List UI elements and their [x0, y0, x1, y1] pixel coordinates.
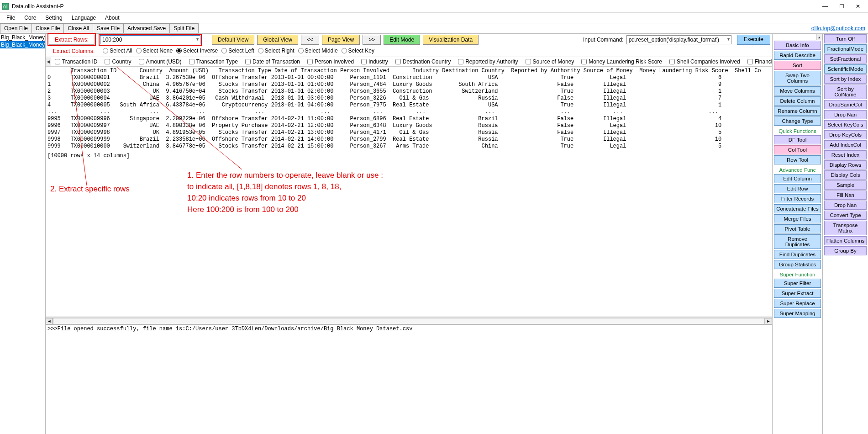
column-check-reported-by-authority[interactable]: Reported by Authority — [458, 58, 518, 65]
default-view-button[interactable]: Default View — [212, 35, 254, 45]
panel-convert-type[interactable]: Convert Type — [824, 211, 867, 220]
column-check-date-of-transaction[interactable]: Date of Transaction — [245, 58, 300, 65]
panel-add-indexcol[interactable]: Add IndexCol — [824, 140, 867, 149]
column-check-source-of-money[interactable]: Source of Money — [526, 58, 574, 65]
radio-select-left[interactable]: Select Left — [221, 48, 254, 54]
panel-drop-nan[interactable]: Drop Nan — [824, 110, 867, 119]
radio-select-right[interactable]: Select Right — [258, 48, 295, 54]
panel-merge-files[interactable]: Merge Files — [774, 214, 821, 223]
panel-sample[interactable]: Sample — [824, 180, 867, 190]
scroll-up-icon[interactable]: ▴ — [816, 34, 822, 40]
panel-drop-nan[interactable]: Drop Nan — [824, 201, 867, 210]
panel-rename-column[interactable]: Rename Column — [774, 106, 821, 116]
panel-col-tool[interactable]: Col Tool — [774, 145, 821, 154]
panel-swap-two-columns[interactable]: Swap Two Columns — [774, 71, 821, 85]
radio-select-inverse[interactable]: Select Inverse — [176, 48, 218, 54]
menu-setting[interactable]: Setting — [41, 14, 67, 22]
column-check-transaction-type[interactable]: Transaction Type — [189, 58, 238, 65]
column-check-amount-usd-[interactable]: Amount (USD) — [139, 58, 182, 65]
menu-language[interactable]: Language — [67, 14, 100, 22]
panel-super-mapping[interactable]: Super Mapping — [774, 309, 821, 318]
panel-turn-off[interactable]: Turn Off — [824, 34, 867, 43]
panel-dropsamecol[interactable]: DropSameCol — [824, 100, 867, 109]
panel-edit-row[interactable]: Edit Row — [774, 184, 821, 193]
prev-page-button[interactable]: << — [301, 35, 319, 45]
extract-columns-button[interactable]: Extract Columns: — [47, 46, 100, 56]
panel-row-tool[interactable]: Row Tool — [774, 155, 821, 164]
input-command-field[interactable]: pd.reset_option('display.float_format') — [626, 35, 731, 44]
panel-super-filter[interactable]: Super Filter — [774, 279, 821, 288]
panel-edit-column[interactable]: Edit Column — [774, 174, 821, 183]
column-check-financial[interactable]: Financial — [747, 58, 772, 65]
panel-transpose-matrix[interactable]: Transpose Matrix — [824, 221, 867, 235]
execute-button[interactable]: Execute — [737, 35, 770, 45]
column-check-destination-country[interactable]: Destination Country — [395, 58, 451, 65]
panel-sort-by-index[interactable]: Sort by Index — [824, 74, 867, 84]
column-check-industry[interactable]: Industry — [361, 58, 388, 65]
panel-remove-duplicates[interactable]: Remove Duplicates — [774, 234, 821, 249]
panel-select-keycols[interactable]: Select KeyCols — [824, 120, 867, 129]
toolbar-open-file[interactable]: Open File — [0, 23, 32, 33]
panel-flatten-columns[interactable]: Flatten Columns — [824, 236, 867, 245]
panel-basic-info[interactable]: Basic Info — [774, 41, 821, 50]
column-check-transaction-id[interactable]: Transaction ID — [55, 58, 98, 65]
panel-df-tool[interactable]: DF Tool — [774, 135, 821, 144]
toolbar-close-file[interactable]: Close File — [32, 23, 64, 33]
panel-display-cols[interactable]: Display Cols — [824, 170, 867, 180]
window-minimize[interactable]: — — [817, 1, 833, 12]
scroll-left-arrow-icon[interactable]: ◄ — [46, 318, 53, 324]
edit-mode-button[interactable]: Edit Mode — [384, 35, 420, 45]
global-view-button[interactable]: Global View — [257, 35, 298, 45]
file-item[interactable]: Big_Black_Money_Data — [0, 34, 45, 41]
panel-group-by[interactable]: Group By — [824, 246, 867, 255]
panel-delete-column[interactable]: Delete Column — [774, 96, 821, 106]
toolbar-close-all[interactable]: Close All — [63, 23, 93, 33]
panel-drop-keycols[interactable]: Drop KeyCols — [824, 130, 867, 139]
toolbar-advanced-save[interactable]: Advanced Save — [123, 23, 170, 33]
extract-rows-button[interactable]: Extract Rows: — [49, 35, 95, 45]
panel-reset-index[interactable]: Reset Index — [824, 150, 867, 159]
menu-file[interactable]: File — [2, 14, 20, 22]
panel-sort-by-colname[interactable]: Sort by ColName — [824, 85, 867, 99]
scroll-left-icon[interactable]: ◄ — [46, 57, 51, 66]
column-check-person-involved[interactable]: Person Involved — [307, 58, 354, 65]
file-item[interactable]: Big_Black_Money_Data — [0, 41, 45, 48]
panel-move-columns[interactable]: Move Columns — [774, 86, 821, 95]
column-check-money-laundering-risk-score[interactable]: Money Laundering Risk Score — [581, 58, 662, 65]
panel-group-statistics[interactable]: Group Statistics — [774, 260, 821, 269]
window-close[interactable]: ✕ — [850, 1, 866, 12]
toolbar-split-file[interactable]: Split File — [169, 23, 199, 33]
data-h-scrollbar[interactable]: ◄ ► — [46, 317, 772, 324]
panel-pivot-table[interactable]: Pivot Table — [774, 224, 821, 233]
panel-change-type[interactable]: Change Type — [774, 116, 821, 126]
file-list[interactable]: Big_Black_Money_DataBig_Black_Money_Data — [0, 34, 46, 434]
panel-setfractional[interactable]: SetFractional — [824, 54, 867, 64]
panel-fractionalmode[interactable]: FractionalMode — [824, 44, 867, 53]
toolbar-save-file[interactable]: Save File — [93, 23, 124, 33]
panel-concatenate-files[interactable]: Concatenate Files — [774, 204, 821, 213]
panel-scientificimode[interactable]: ScientificIMode — [824, 64, 867, 74]
panel-display-rows[interactable]: Display Rows — [824, 160, 867, 169]
column-check-country[interactable]: Country — [105, 58, 131, 65]
radio-select-key[interactable]: Select Key — [342, 48, 374, 54]
scroll-right-arrow-icon[interactable]: ► — [765, 318, 772, 324]
contact-link[interactable]: olllo.top@outlook.com — [811, 25, 865, 32]
radio-select-middle[interactable]: Select Middle — [298, 48, 338, 54]
next-page-button[interactable]: >> — [363, 35, 381, 45]
column-check-shell-companies-involved[interactable]: Shell Companies Involved — [669, 58, 740, 65]
menu-core[interactable]: Core — [20, 14, 41, 22]
panel-super-extract[interactable]: Super Extract — [774, 289, 821, 298]
panel-find-duplicates[interactable]: Find Duplicates — [774, 250, 821, 259]
window-maximize[interactable]: ☐ — [833, 1, 850, 12]
panel-fill-nan[interactable]: Fill Nan — [824, 191, 867, 200]
panel-super-replace[interactable]: Super Replace — [774, 299, 821, 308]
panel-rapid-describe[interactable]: Rapid Describe — [774, 51, 821, 60]
rows-range-input[interactable]: 100:200 — [100, 35, 200, 44]
radio-select-all[interactable]: Select All — [103, 48, 132, 54]
menu-about[interactable]: About — [100, 14, 124, 22]
panel-sort[interactable]: Sort — [774, 61, 821, 70]
panel-filter-records[interactable]: Filter Records — [774, 194, 821, 203]
radio-select-none[interactable]: Select None — [136, 48, 173, 54]
page-view-button[interactable]: Page View — [322, 35, 360, 45]
visualization-button[interactable]: Visualization Data — [423, 35, 479, 45]
